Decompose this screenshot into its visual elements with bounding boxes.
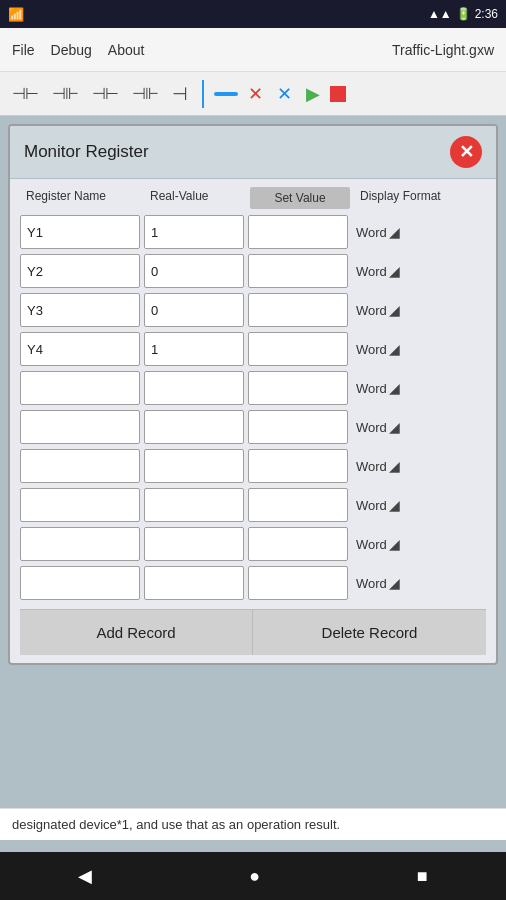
- real-value-input-7[interactable]: [144, 488, 244, 522]
- menu-file[interactable]: File: [12, 42, 35, 58]
- format-label-0: Word: [356, 225, 387, 240]
- register-name-input-4[interactable]: [20, 371, 140, 405]
- display-format-cell-3: Word ◢: [352, 341, 486, 357]
- bottom-text: designated device*1, and use that as an …: [0, 808, 506, 840]
- ladder-icon-4[interactable]: ⊣⊩: [128, 82, 162, 105]
- format-label-8: Word: [356, 537, 387, 552]
- format-arrow-8[interactable]: ◢: [389, 536, 400, 552]
- register-name-input-2[interactable]: [20, 293, 140, 327]
- toolbar: ⊣⊢ ⊣⊩ ⊣⊢ ⊣⊩ ⊣ ✕ ✕ ▶: [0, 72, 506, 116]
- format-label-6: Word: [356, 459, 387, 474]
- time-display: 2:36: [475, 7, 498, 21]
- battery-icon: 🔋: [456, 7, 471, 21]
- format-arrow-7[interactable]: ◢: [389, 497, 400, 513]
- display-format-cell-8: Word ◢: [352, 536, 486, 552]
- format-arrow-9[interactable]: ◢: [389, 575, 400, 591]
- stop-x-icon[interactable]: ✕: [244, 81, 267, 107]
- format-arrow-0[interactable]: ◢: [389, 224, 400, 240]
- coil-icon[interactable]: ⊣: [168, 81, 192, 107]
- recent-button[interactable]: ■: [417, 866, 428, 887]
- delete-record-button[interactable]: Delete Record: [253, 610, 486, 655]
- error-x-icon[interactable]: ✕: [273, 81, 296, 107]
- set-value-input-4[interactable]: [248, 371, 348, 405]
- set-value-input-7[interactable]: [248, 488, 348, 522]
- ladder-icon-2[interactable]: ⊣⊩: [48, 82, 82, 105]
- format-label-9: Word: [356, 576, 387, 591]
- real-value-input-2[interactable]: [144, 293, 244, 327]
- play-icon[interactable]: ▶: [302, 81, 324, 107]
- status-left: 📶: [8, 7, 24, 22]
- ladder-icon-3[interactable]: ⊣⊢: [88, 82, 122, 105]
- app-bar: File Debug About Traffic-Light.gxw: [0, 28, 506, 72]
- format-label-7: Word: [356, 498, 387, 513]
- format-label-3: Word: [356, 342, 387, 357]
- register-name-input-3[interactable]: [20, 332, 140, 366]
- real-value-input-8[interactable]: [144, 527, 244, 561]
- back-button[interactable]: ◀: [78, 865, 92, 887]
- set-value-input-1[interactable]: [248, 254, 348, 288]
- register-table: Register Name Real-Value Set Value Displ…: [10, 179, 496, 663]
- home-button[interactable]: ●: [249, 866, 260, 887]
- register-name-input-6[interactable]: [20, 449, 140, 483]
- format-arrow-1[interactable]: ◢: [389, 263, 400, 279]
- real-value-input-1[interactable]: [144, 254, 244, 288]
- display-format-cell-0: Word ◢: [352, 224, 486, 240]
- monitor-register-dialog: Monitor Register ✕ Register Name Real-Va…: [8, 124, 498, 665]
- format-label-4: Word: [356, 381, 387, 396]
- format-arrow-2[interactable]: ◢: [389, 302, 400, 318]
- format-arrow-3[interactable]: ◢: [389, 341, 400, 357]
- format-arrow-4[interactable]: ◢: [389, 380, 400, 396]
- display-format-cell-5: Word ◢: [352, 419, 486, 435]
- app-menus: File Debug About: [12, 42, 144, 58]
- real-value-input-9[interactable]: [144, 566, 244, 600]
- display-format-cell-6: Word ◢: [352, 458, 486, 474]
- real-value-input-3[interactable]: [144, 332, 244, 366]
- real-value-input-6[interactable]: [144, 449, 244, 483]
- table-row: Word ◢: [20, 449, 486, 483]
- real-value-input-4[interactable]: [144, 371, 244, 405]
- display-format-cell-4: Word ◢: [352, 380, 486, 396]
- display-format-cell-7: Word ◢: [352, 497, 486, 513]
- real-value-input-0[interactable]: [144, 215, 244, 249]
- set-value-input-8[interactable]: [248, 527, 348, 561]
- ladder-icon-1[interactable]: ⊣⊢: [8, 82, 42, 105]
- close-button[interactable]: ✕: [450, 136, 482, 168]
- table-row: Word ◢: [20, 371, 486, 405]
- status-bar: 📶 ▲▲ 🔋 2:36: [0, 0, 506, 28]
- set-value-input-0[interactable]: [248, 215, 348, 249]
- table-row: Word ◢: [20, 332, 486, 366]
- menu-about[interactable]: About: [108, 42, 145, 58]
- format-label-1: Word: [356, 264, 387, 279]
- menu-debug[interactable]: Debug: [51, 42, 92, 58]
- main-background: Monitor Register ✕ Register Name Real-Va…: [0, 116, 506, 900]
- set-value-input-9[interactable]: [248, 566, 348, 600]
- set-value-input-3[interactable]: [248, 332, 348, 366]
- register-name-input-7[interactable]: [20, 488, 140, 522]
- header-real-value: Real-Value: [146, 187, 246, 209]
- register-name-input-9[interactable]: [20, 566, 140, 600]
- register-name-input-1[interactable]: [20, 254, 140, 288]
- rows-area: Word ◢ Word ◢: [20, 215, 486, 605]
- format-label-2: Word: [356, 303, 387, 318]
- display-format-cell-2: Word ◢: [352, 302, 486, 318]
- set-value-input-5[interactable]: [248, 410, 348, 444]
- format-arrow-5[interactable]: ◢: [389, 419, 400, 435]
- display-format-cell-1: Word ◢: [352, 263, 486, 279]
- register-name-input-5[interactable]: [20, 410, 140, 444]
- format-arrow-6[interactable]: ◢: [389, 458, 400, 474]
- table-row: Word ◢: [20, 410, 486, 444]
- register-name-input-8[interactable]: [20, 527, 140, 561]
- add-record-button[interactable]: Add Record: [20, 610, 253, 655]
- bottom-text-content: designated device*1, and use that as an …: [12, 817, 340, 832]
- set-value-input-6[interactable]: [248, 449, 348, 483]
- set-value-input-2[interactable]: [248, 293, 348, 327]
- stop-icon[interactable]: [330, 86, 346, 102]
- run-dash-icon[interactable]: [214, 92, 238, 96]
- table-row: Word ◢: [20, 254, 486, 288]
- table-row: Word ◢: [20, 293, 486, 327]
- header-set-value[interactable]: Set Value: [250, 187, 350, 209]
- wifi-icon: 📶: [8, 7, 24, 22]
- register-name-input-0[interactable]: [20, 215, 140, 249]
- table-row: Word ◢: [20, 215, 486, 249]
- real-value-input-5[interactable]: [144, 410, 244, 444]
